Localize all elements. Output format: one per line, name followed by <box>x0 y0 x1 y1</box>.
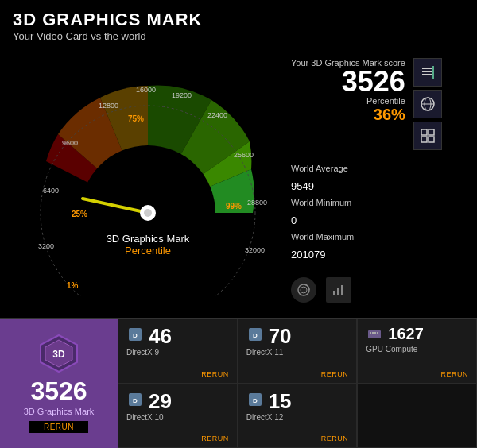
score-section: Your 3D Graphics Mark score 3526 Percent… <box>291 58 442 150</box>
page-title: 3D GRAPHICS MARK <box>13 10 464 30</box>
tick-3200: 3200 <box>38 242 54 250</box>
globe-icon-btn[interactable] <box>413 90 442 118</box>
world-minimum-value: 0 <box>291 211 354 230</box>
dx10-icon: D <box>126 391 144 408</box>
pct-25: 25% <box>72 210 87 218</box>
main-rerun-button[interactable]: RERUN <box>29 421 88 433</box>
dx10-icon-svg: D <box>127 392 143 407</box>
refresh-icon <box>297 283 311 297</box>
compare-icon-btn[interactable] <box>413 122 442 150</box>
tick-9600: 9600 <box>62 139 78 147</box>
svg-rect-15 <box>341 285 343 295</box>
pct-99: 99% <box>226 202 242 210</box>
world-minimum-label: World Minimum <box>291 195 354 211</box>
world-maximum-label: World Maximum <box>291 230 354 245</box>
dx9-rerun[interactable]: RERUN <box>126 370 229 378</box>
dx12-icon: D <box>246 391 264 408</box>
dx11-icon-svg: D <box>247 326 263 342</box>
right-panel: Your 3D Graphics Mark score 3526 Percent… <box>291 50 442 303</box>
dx10-rerun[interactable]: RERUN <box>126 434 229 442</box>
dx11-icon: D <box>246 326 264 343</box>
world-maximum-value: 201079 <box>291 245 354 264</box>
gpu-icon-svg <box>366 326 382 342</box>
tick-12800: 12800 <box>99 102 118 110</box>
tick-16000: 16000 <box>136 86 156 94</box>
world-average-label: World Average <box>291 161 354 177</box>
svg-rect-10 <box>429 137 434 142</box>
bottom-grid: 3D 3526 3D Graphics Mark RERUN D 46 Dire… <box>0 318 477 448</box>
dx9-name: DirectX 9 <box>126 348 229 357</box>
dx9-score: 46 <box>149 326 172 346</box>
bottom-icons <box>291 277 351 303</box>
svg-rect-8 <box>429 129 434 135</box>
svg-text:D: D <box>133 397 138 404</box>
svg-rect-13 <box>333 291 335 295</box>
stats-block: World Average 9549 World Minimum 0 World… <box>291 161 354 265</box>
tick-22400: 22400 <box>207 111 227 119</box>
dx11-header: D 70 <box>246 326 349 346</box>
tick-6400: 6400 <box>43 187 59 195</box>
pct-1: 1% <box>67 281 79 290</box>
tick-25600: 25600 <box>234 151 254 159</box>
dx11-name: DirectX 11 <box>246 348 349 357</box>
empty-card <box>357 384 477 449</box>
gauge-needle-inner <box>144 209 152 217</box>
chart-icon-btn[interactable] <box>326 277 351 303</box>
svg-rect-27 <box>377 332 378 334</box>
svg-rect-2 <box>422 74 433 75</box>
tick-19200: 19200 <box>172 91 192 99</box>
svg-rect-25 <box>372 332 374 334</box>
svg-rect-14 <box>337 288 339 295</box>
detail-icon-btn[interactable] <box>413 58 442 87</box>
tick-32000: 32000 <box>245 246 265 254</box>
gauge-container: 0 3200 6400 9600 12800 16000 19200 22400… <box>13 50 283 296</box>
main-score-card: 3D 3526 3D Graphics Mark RERUN <box>0 319 118 448</box>
dx11-card: D 70 DirectX 11 RERUN <box>238 319 358 384</box>
dx12-icon-svg: D <box>247 392 263 407</box>
icon-buttons <box>413 58 442 150</box>
globe-icon <box>420 96 436 112</box>
dx12-name: DirectX 12 <box>246 413 349 422</box>
svg-rect-9 <box>421 137 427 142</box>
sub-grid: D 46 DirectX 9 RERUN D 70 DirectX 11 R <box>118 319 477 448</box>
svg-rect-0 <box>422 68 433 69</box>
svg-rect-23 <box>368 330 381 338</box>
svg-rect-26 <box>374 332 376 334</box>
dx12-card: D 15 DirectX 12 RERUN <box>238 384 358 449</box>
dx11-score: 70 <box>269 326 292 346</box>
gpu-score: 1627 <box>388 326 424 342</box>
gpu-rerun[interactable]: RERUN <box>366 370 468 378</box>
dx12-header: D 15 <box>246 391 349 411</box>
compare-icon <box>420 128 436 144</box>
dx12-score: 15 <box>269 391 292 411</box>
pct-75: 75% <box>128 114 144 123</box>
score-block: Your 3D Graphics Mark score 3526 Percent… <box>291 58 405 124</box>
chart-icon <box>332 283 346 297</box>
gauge-svg: 0 3200 6400 9600 12800 16000 19200 22400… <box>13 50 283 296</box>
dx12-rerun[interactable]: RERUN <box>246 434 349 442</box>
svg-text:D: D <box>133 332 138 339</box>
dx10-header: D 29 <box>126 391 229 411</box>
svg-rect-24 <box>370 332 371 334</box>
dx11-rerun[interactable]: RERUN <box>246 370 349 378</box>
refresh-icon-btn[interactable] <box>291 277 316 303</box>
svg-point-12 <box>301 287 307 293</box>
dx10-score: 29 <box>149 391 172 411</box>
svg-rect-1 <box>422 71 433 72</box>
dx9-card: D 46 DirectX 9 RERUN <box>118 319 238 384</box>
gpu-icon <box>366 326 383 343</box>
gpu-header: 1627 <box>366 326 468 343</box>
world-average-value: 9549 <box>291 177 354 195</box>
gauge-label: 3D Graphics Mark Percentile <box>107 233 190 257</box>
3d-mark-icon: 3D <box>39 334 79 373</box>
svg-text:3D: 3D <box>52 349 65 360</box>
detail-icon <box>420 64 436 80</box>
svg-rect-7 <box>421 129 427 135</box>
tick-28800: 28800 <box>247 199 267 207</box>
dx9-icon: D <box>126 326 144 343</box>
main-score-number: 3526 <box>30 378 87 404</box>
svg-text:D: D <box>253 397 258 404</box>
svg-rect-3 <box>432 66 434 79</box>
dx9-icon-svg: D <box>127 326 143 342</box>
gpu-name: GPU Compute <box>366 345 468 353</box>
